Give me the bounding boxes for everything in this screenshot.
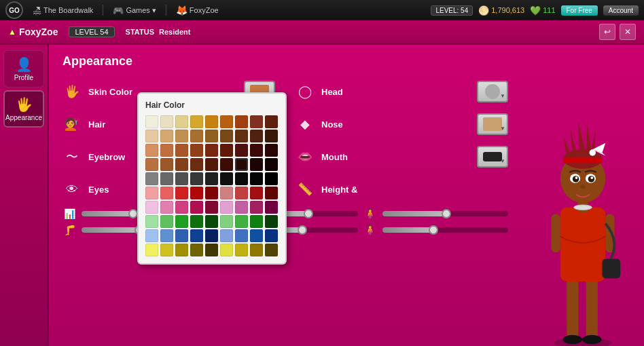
color-swatch-83[interactable] [175,244,188,256]
color-swatch-77[interactable] [220,229,233,242]
color-swatch-38[interactable] [175,172,188,185]
color-swatch-32[interactable] [220,158,233,171]
color-swatch-41[interactable] [220,172,233,185]
color-swatch-42[interactable] [235,172,248,185]
slider-6-thumb[interactable] [429,225,438,235]
mouth-selector[interactable]: ▼ [477,146,508,168]
color-swatch-51[interactable] [235,187,248,199]
color-swatch-84[interactable] [190,244,203,256]
color-swatch-18[interactable] [145,144,158,157]
nose-selector[interactable]: ▼ [477,113,508,135]
head-selector[interactable]: ▼ [477,81,508,102]
color-swatch-79[interactable] [250,229,263,242]
color-swatch-13[interactable] [205,130,218,142]
color-swatch-37[interactable] [160,172,173,185]
color-swatch-26[interactable] [265,144,278,157]
color-swatch-75[interactable] [190,229,203,242]
color-swatch-28[interactable] [160,158,173,171]
color-swatch-34[interactable] [250,158,263,171]
color-swatch-44[interactable] [265,172,278,185]
color-swatch-72[interactable] [145,229,158,242]
color-swatch-0[interactable] [145,115,158,128]
color-swatch-67[interactable] [205,215,218,228]
color-swatch-10[interactable] [160,130,173,142]
color-swatch-57[interactable] [190,201,203,214]
color-swatch-49[interactable] [205,187,218,199]
color-swatch-86[interactable] [220,244,233,256]
color-swatch-81[interactable] [145,244,158,256]
color-swatch-7[interactable] [250,115,263,128]
color-swatch-76[interactable] [205,229,218,242]
account-button[interactable]: Account [603,5,639,16]
color-swatch-50[interactable] [220,187,233,199]
color-swatch-78[interactable] [235,229,248,242]
color-swatch-88[interactable] [250,244,263,256]
color-swatch-24[interactable] [235,144,248,157]
color-swatch-30[interactable] [190,158,203,171]
color-swatch-31[interactable] [205,158,218,171]
color-swatch-23[interactable] [220,144,233,157]
color-swatch-36[interactable] [145,172,158,185]
sidebar-item-profile[interactable]: 👤 Profile [3,50,44,88]
color-swatch-5[interactable] [220,115,233,128]
color-swatch-39[interactable] [190,172,203,185]
color-swatch-60[interactable] [235,201,248,214]
color-swatch-21[interactable] [190,144,203,157]
color-swatch-74[interactable] [175,229,188,242]
slider-6-track[interactable] [382,227,508,233]
color-swatch-6[interactable] [235,115,248,128]
color-swatch-70[interactable] [250,215,263,228]
color-swatch-20[interactable] [175,144,188,157]
slider-5-thumb[interactable] [298,225,307,235]
slider-3-thumb[interactable] [442,209,451,218]
location-item[interactable]: 🏖 The Boardwalk [29,4,97,17]
color-swatch-27[interactable] [145,158,158,171]
close-button[interactable]: ✕ [620,24,636,40]
color-swatch-2[interactable] [175,115,188,128]
color-swatch-85[interactable] [205,244,218,256]
color-swatch-53[interactable] [265,187,278,199]
color-swatch-1[interactable] [160,115,173,128]
color-swatch-69[interactable] [235,215,248,228]
back-button[interactable]: ↩ [599,24,615,40]
color-swatch-45[interactable] [145,187,158,199]
color-swatch-65[interactable] [175,215,188,228]
color-swatch-66[interactable] [190,215,203,228]
color-swatch-47[interactable] [175,187,188,199]
color-swatch-71[interactable] [265,215,278,228]
color-swatch-14[interactable] [220,130,233,142]
color-swatch-3[interactable] [190,115,203,128]
color-swatch-22[interactable] [205,144,218,157]
color-swatch-17[interactable] [265,130,278,142]
color-swatch-52[interactable] [250,187,263,199]
color-swatch-4[interactable] [205,115,218,128]
color-swatch-64[interactable] [160,215,173,228]
slider-1-thumb[interactable] [128,209,138,218]
color-swatch-19[interactable] [160,144,173,157]
color-swatch-29[interactable] [175,158,188,171]
color-swatch-25[interactable] [250,144,263,157]
color-swatch-63[interactable] [145,215,158,228]
color-swatch-61[interactable] [250,201,263,214]
color-swatch-87[interactable] [235,244,248,256]
color-swatch-58[interactable] [205,201,218,214]
color-swatch-43[interactable] [250,172,263,185]
slider-2-thumb[interactable] [304,209,313,218]
color-swatch-89[interactable] [265,244,278,256]
color-swatch-73[interactable] [160,229,173,242]
for-free-button[interactable]: For Free [561,5,598,16]
color-swatch-55[interactable] [160,201,173,214]
color-swatch-82[interactable] [160,244,173,256]
slider-3-track[interactable] [382,211,508,216]
color-swatch-59[interactable] [220,201,233,214]
color-swatch-33[interactable] [235,158,248,171]
color-swatch-8[interactable] [265,115,278,128]
foxyzoe-item[interactable]: 🦊 FoxyZoe [172,3,223,17]
color-swatch-35[interactable] [265,158,278,171]
color-swatch-68[interactable] [220,215,233,228]
sidebar-item-appearance[interactable]: 🖐 Appearance [3,90,44,128]
color-swatch-46[interactable] [160,187,173,199]
color-swatch-62[interactable] [265,201,278,214]
color-swatch-56[interactable] [175,201,188,214]
color-swatch-15[interactable] [235,130,248,142]
